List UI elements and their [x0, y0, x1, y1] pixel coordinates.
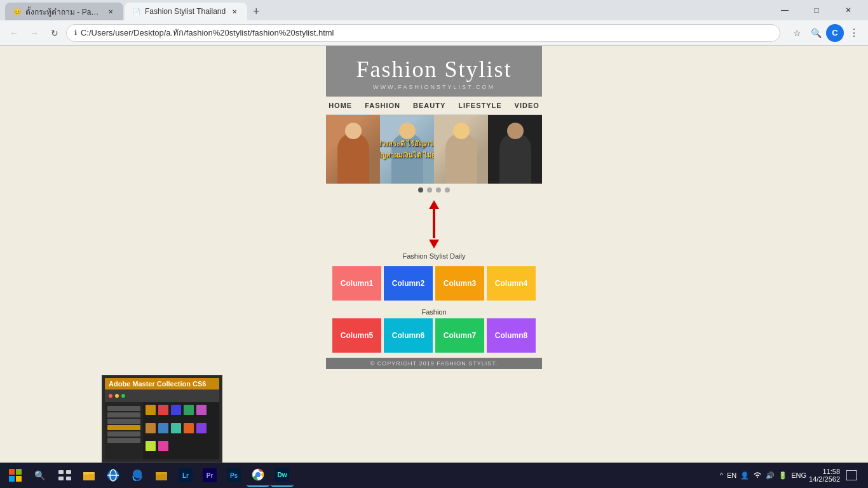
svg-rect-4 — [16, 469, 22, 475]
search-button[interactable]: 🔍 — [807, 24, 825, 42]
edge-taskbar[interactable] — [126, 464, 149, 487]
minimize-button[interactable]: — — [770, 0, 799, 20]
site-title: Fashion Stylist — [339, 56, 529, 83]
reload-button[interactable]: ↻ — [46, 24, 64, 42]
chrome-taskbar[interactable] — [247, 464, 269, 487]
taskbar-right: ^ EN 👤 🔊 🔋 ENG 11:58 14/2/2562 — [720, 466, 865, 484]
clock-section[interactable]: 11:58 14/2/2562 — [809, 468, 840, 483]
language-eng-label[interactable]: ENG — [791, 471, 806, 479]
address-text: C:/Users/user/Desktop/a.ทัก/fashion%20st… — [81, 26, 334, 39]
address-input[interactable]: ℹ C:/Users/user/Desktop/a.ทัก/fashion%20… — [66, 24, 780, 42]
arrow-section: Fashion Stylist Daily — [326, 196, 542, 266]
nav-video[interactable]: VIDEO — [515, 102, 539, 109]
column6-box[interactable]: Column6 — [384, 318, 433, 353]
photoshop-taskbar[interactable]: Ps — [222, 464, 245, 487]
tab-fashion-stylist[interactable]: 📄 Fashion Stylist Thailand ✕ — [125, 3, 247, 20]
folder-taskbar[interactable] — [150, 464, 173, 487]
svg-rect-1 — [433, 209, 435, 238]
section-label-fashion: Fashion — [326, 308, 542, 316]
site-header: Fashion Stylist WWW.FASHIONSTYLIST.COM — [326, 46, 542, 97]
task-view-icon[interactable] — [53, 464, 76, 487]
svg-rect-18 — [156, 474, 167, 480]
column2-box[interactable]: Column2 — [384, 266, 433, 301]
site-nav: HOME FASHION BEAUTY LIFESTYLE VIDEO — [326, 97, 542, 115]
slide-4 — [488, 115, 542, 184]
dot-2[interactable] — [427, 187, 432, 193]
address-actions: ☆ 🔍 C ⋮ — [788, 24, 863, 42]
start-button[interactable] — [3, 463, 28, 488]
svg-point-22 — [256, 473, 261, 477]
svg-marker-0 — [429, 200, 439, 209]
daily-label: Fashion Stylist Daily — [402, 252, 465, 260]
slider-section[interactable]: ช่วงสระดี ไร้อัญภาค แก้ปัญหาผมเงินได้ ไม… — [326, 115, 542, 184]
profile-button[interactable]: C — [826, 24, 844, 42]
dot-4[interactable] — [445, 187, 450, 193]
people-icon[interactable]: 👤 — [740, 471, 749, 480]
column7-box[interactable]: Column7 — [435, 318, 484, 353]
nav-lifestyle[interactable]: LIFESTYLE — [458, 102, 501, 109]
scroll-arrow — [421, 199, 447, 250]
slide-1 — [326, 115, 380, 184]
tab-pantip[interactable]: 😊 ตั้งกระทู้ตำถาม - Pantip ✕ — [5, 3, 123, 20]
site-subtitle: WWW.FASHIONSTYLIST.COM — [339, 84, 529, 90]
tray-expand-icon[interactable]: ^ — [720, 471, 723, 479]
dot-1[interactable] — [418, 187, 423, 193]
columns-section-1: Column1 Column2 Column3 Column4 — [326, 266, 542, 306]
svg-rect-9 — [58, 477, 64, 480]
adobe-tooltip: Adobe Master Collection CS6 — [102, 375, 222, 463]
website-wrapper: Fashion Stylist WWW.FASHIONSTYLIST.COM H… — [326, 46, 542, 463]
speaker-icon[interactable]: 🔊 — [766, 471, 775, 480]
column8-box[interactable]: Column8 — [487, 318, 536, 353]
svg-rect-3 — [9, 469, 15, 475]
svg-rect-12 — [83, 474, 95, 480]
bookmark-button[interactable]: ☆ — [788, 24, 806, 42]
language-en-icon[interactable]: EN — [727, 471, 736, 479]
column4-box[interactable]: Column4 — [487, 266, 536, 301]
svg-rect-8 — [66, 470, 71, 474]
system-tray: ^ EN 👤 🔊 🔋 ENG — [720, 471, 806, 480]
forward-button[interactable]: → — [25, 24, 43, 42]
dreamweaver-taskbar[interactable]: Dw — [271, 464, 294, 487]
close-button[interactable]: ✕ — [834, 0, 863, 20]
column5-box[interactable]: Column5 — [332, 318, 381, 353]
browser-window: 😊 ตั้งกระทู้ตำถาม - Pantip ✕ 📄 Fashion S… — [0, 0, 868, 488]
clock-date: 14/2/2562 — [809, 475, 840, 483]
taskbar-app-icons: Lr Pr Ps — [53, 464, 294, 487]
premiere-taskbar[interactable]: Pr — [198, 464, 221, 487]
title-bar-left: 😊 ตั้งกระทู้ตำถาม - Pantip ✕ 📄 Fashion S… — [5, 0, 265, 20]
svg-rect-6 — [16, 476, 22, 482]
slide-text-overlay: ช่วงสระดี ไร้อัญภาค แก้ปัญหาผมเงินได้ ไม… — [380, 138, 434, 161]
back-button[interactable]: ← — [5, 24, 23, 42]
columns-section-2: Column5 Column6 Column7 Column8 — [326, 318, 542, 358]
svg-rect-13 — [83, 472, 88, 475]
pantip-favicon: 😊 — [13, 7, 22, 16]
nav-home[interactable]: HOME — [329, 102, 352, 109]
lightroom-taskbar[interactable]: Lr — [174, 464, 197, 487]
columns-row-1: Column1 Column2 Column3 Column4 — [332, 266, 536, 301]
column1-box[interactable]: Column1 — [332, 266, 381, 301]
tab-fashion-close[interactable]: ✕ — [229, 6, 240, 17]
footer-text: © COPYRIGHT 2019 FASHION STYLIST. — [370, 360, 498, 367]
maximize-button[interactable]: □ — [802, 0, 831, 20]
nav-fashion[interactable]: FASHION — [365, 102, 400, 109]
wifi-icon[interactable] — [753, 471, 762, 480]
taskbar-search-button[interactable]: 🔍 — [28, 466, 51, 484]
menu-button[interactable]: ⋮ — [845, 24, 863, 42]
dot-3[interactable] — [436, 187, 441, 193]
slider-images: ช่วงสระดี ไร้อัญภาค แก้ปัญหาผมเงินได้ ไม… — [326, 115, 542, 184]
slide-2: ช่วงสระดี ไร้อัญภาค แก้ปัญหาผมเงินได้ ไม… — [380, 115, 434, 184]
svg-marker-2 — [429, 240, 439, 248]
battery-icon[interactable]: 🔋 — [778, 471, 787, 480]
new-tab-button[interactable]: + — [247, 3, 265, 20]
notification-button[interactable] — [843, 466, 860, 484]
ie-taskbar[interactable] — [102, 464, 125, 487]
tab-pantip-close[interactable]: ✕ — [105, 6, 116, 17]
address-bar-row: ← → ↻ ℹ C:/Users/user/Desktop/a.ทัก/fash… — [0, 20, 868, 46]
taskbar: 🔍 — [0, 463, 868, 488]
column3-box[interactable]: Column3 — [435, 266, 484, 301]
nav-beauty[interactable]: BEAUTY — [413, 102, 445, 109]
columns-row-2: Column5 Column6 Column7 Column8 — [332, 318, 536, 353]
svg-rect-19 — [156, 472, 161, 475]
tab-fashion-label: Fashion Stylist Thailand — [145, 7, 226, 16]
file-explorer-taskbar[interactable] — [78, 464, 100, 487]
